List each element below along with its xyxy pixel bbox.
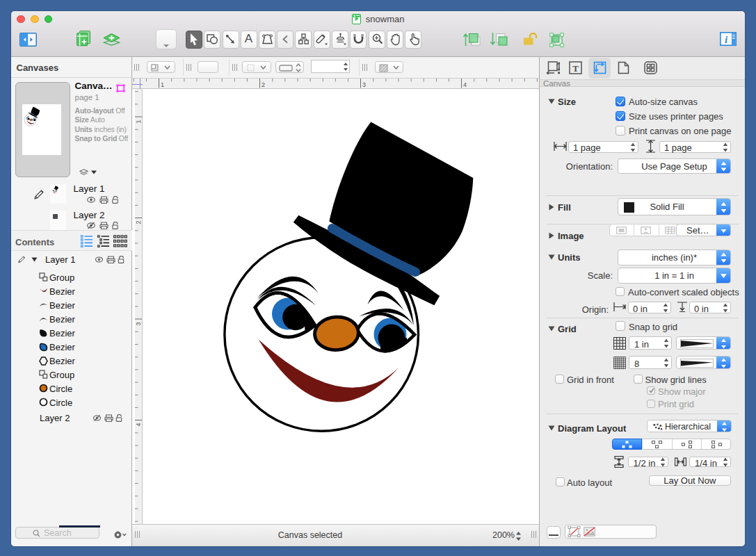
svg-text:T: T <box>572 63 579 74</box>
